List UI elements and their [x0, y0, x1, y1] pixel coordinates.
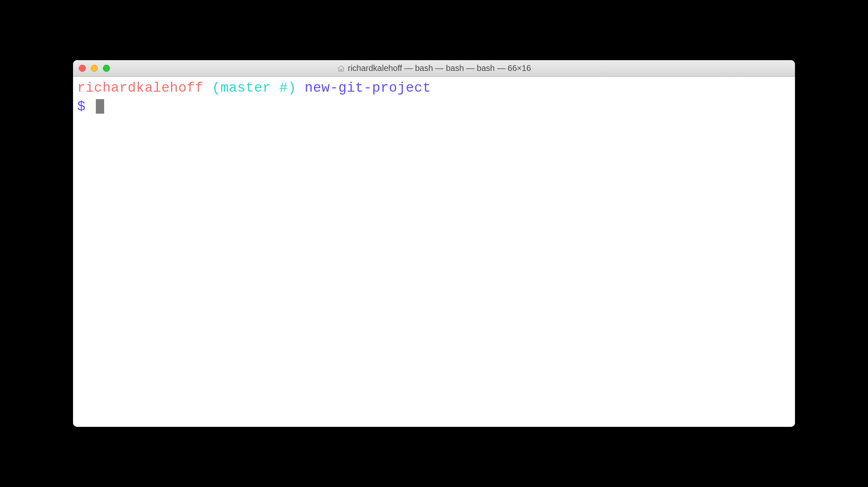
terminal-window: richardkalehoff — bash — bash — bash — 6…: [73, 60, 795, 427]
prompt-branch-open: (: [212, 80, 220, 96]
prompt-user: richardkalehoff: [77, 80, 204, 96]
traffic-lights: [79, 65, 110, 72]
prompt-symbol: $: [77, 99, 85, 114]
home-icon: [337, 64, 345, 73]
terminal-body[interactable]: richardkalehoff (master #) new-git-proje…: [73, 77, 795, 427]
maximize-button[interactable]: [103, 65, 110, 72]
prompt-line-1: richardkalehoff (master #) new-git-proje…: [77, 79, 791, 98]
window-title-text: richardkalehoff — bash — bash — bash — 6…: [348, 63, 531, 73]
prompt-path: new-git-project: [305, 80, 431, 96]
minimize-button[interactable]: [91, 65, 98, 72]
window-title: richardkalehoff — bash — bash — bash — 6…: [73, 63, 795, 73]
cursor-icon: [96, 99, 104, 114]
prompt-branch-close: ): [288, 80, 296, 96]
titlebar[interactable]: richardkalehoff — bash — bash — bash — 6…: [73, 60, 795, 77]
close-button[interactable]: [79, 65, 86, 72]
prompt-branch-name: master #: [220, 80, 288, 96]
prompt-line-2: $: [77, 98, 791, 117]
